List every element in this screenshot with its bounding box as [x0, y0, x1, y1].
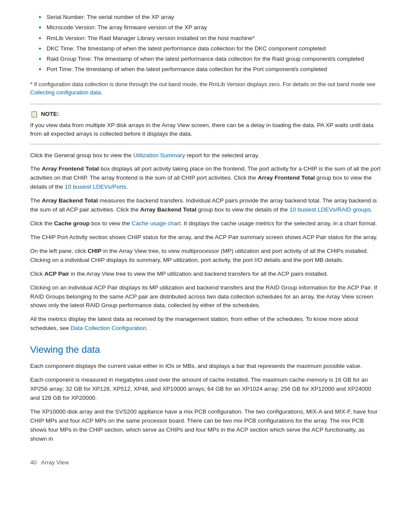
10-busiest-ldevs-ports-link[interactable]: 10 busiest LDEVs/Ports: [65, 184, 126, 190]
list-item: Microcode Version: The array firmware ve…: [39, 23, 381, 32]
list-item: Serial Number: The serial number of the …: [39, 13, 381, 22]
paragraph-viewing-2: Each component is measured in megabytes …: [30, 376, 381, 403]
paragraph-viewing-3: The XP10000 disk array and the SVS200 ap…: [30, 408, 381, 444]
footer-title: Array View: [41, 458, 69, 467]
paragraph-chip-left-pane: On the left pane, click CHIP in the Arra…: [30, 247, 381, 265]
cache-usage-chart-link[interactable]: Cache usage chart: [132, 220, 181, 227]
note-box: 📋 NOTE: If you view data from multiple X…: [30, 104, 381, 144]
utilization-summary-link[interactable]: Utilization Summary: [133, 152, 185, 159]
page-number: 40: [30, 458, 37, 467]
note-label: NOTE:: [41, 110, 59, 118]
10-busiest-ldevs-raid-link[interactable]: 10 busiest LDEVs/RAID groups: [290, 206, 371, 213]
list-item: DKC Time: The timestamp of when the late…: [39, 44, 381, 53]
paragraph-backend: The Array Backend Total measures the bac…: [30, 196, 381, 215]
list-item: Port Time: The timestamp of when the lat…: [39, 65, 381, 74]
note-text: If you view data from multiple XP disk a…: [30, 121, 381, 139]
note-title: 📋 NOTE:: [30, 109, 381, 119]
list-item: Raid Group Time: The timestamp of when t…: [39, 55, 381, 63]
footnote: * If configuration data collection is do…: [30, 80, 381, 97]
paragraph-cache: Click the Cache group box to view the Ca…: [30, 219, 381, 228]
list-item: RmLib Version: The Raid Manager Library …: [39, 34, 381, 43]
collecting-config-link[interactable]: Collecting configuration data: [30, 89, 101, 96]
data-collection-config-link[interactable]: Data Collection Configuration: [71, 325, 146, 331]
paragraph-metrics: All the metrics display the latest data …: [30, 315, 381, 333]
bullet-list: Serial Number: The serial number of the …: [39, 13, 381, 74]
paragraph-viewing-1: Each component displays the current valu…: [30, 362, 381, 371]
paragraph-chip-port-activity: The CHIP Port Activity section shows CHI…: [30, 233, 381, 242]
paragraph-acp-pair: Click ACP Pair in the Array View tree to…: [30, 270, 381, 279]
paragraph-acp-individual: Clicking on an individual ACP Pair displ…: [30, 283, 381, 311]
section-heading-viewing: Viewing the data: [30, 342, 381, 358]
paragraph-utilization: Click the General group box to view the …: [30, 151, 381, 160]
page: Serial Number: The serial number of the …: [0, 0, 411, 532]
note-icon: 📋: [30, 109, 38, 119]
footer: 40 Array View: [30, 457, 381, 467]
paragraph-frontend: The Array Frontend Total box displays al…: [30, 165, 381, 192]
